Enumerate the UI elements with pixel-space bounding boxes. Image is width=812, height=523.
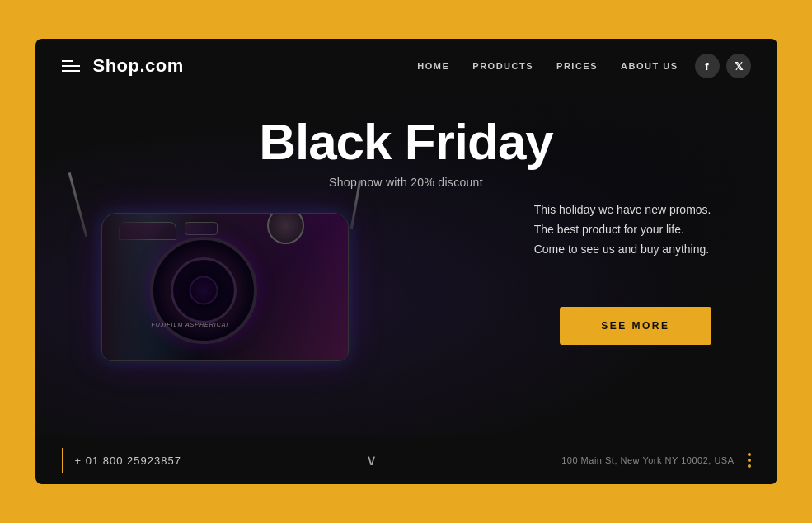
twitter-icon[interactable]: 𝕏 (726, 54, 751, 78)
footer-divider (62, 448, 63, 473)
footer-center: ∨ (181, 451, 561, 469)
camera-label: FUJIFILM ASPHERICAI (152, 322, 229, 327)
camera-illustration: FUJIFILM ASPHERICAI (101, 188, 382, 386)
hero-section: Black Friday Shop now with 20% discount … (35, 93, 777, 436)
footer-dots-menu[interactable] (748, 453, 751, 468)
see-more-button[interactable]: SEE MORE (560, 307, 711, 345)
hero-subtitle: Shop now with 20% discount (329, 176, 483, 189)
phone-number: + 01 800 25923857 (75, 455, 181, 467)
dot-2 (748, 459, 751, 462)
dot-3 (748, 464, 751, 468)
scroll-down-icon[interactable]: ∨ (366, 451, 377, 469)
promo-line-3: Come to see us and buy anything. (534, 243, 709, 256)
social-icons: f 𝕏 (695, 54, 751, 78)
footer-bar: + 01 800 25923857 ∨ 100 Main St, New Yor… (35, 436, 777, 484)
facebook-icon[interactable]: f (695, 54, 720, 78)
hamburger-menu[interactable] (62, 60, 80, 72)
nav-item-prices[interactable]: PRICES (556, 61, 598, 71)
main-nav: HOME PRODUCTS PRICES ABOUT US (417, 61, 678, 71)
nav-item-home[interactable]: HOME (417, 61, 449, 71)
nav-item-about[interactable]: ABOUT US (621, 61, 678, 71)
promo-line-1: This holiday we have new promos. (534, 203, 711, 216)
hero-title: Black Friday (259, 116, 553, 167)
promo-text-block: This holiday we have new promos. The bes… (534, 200, 711, 259)
nav-item-products[interactable]: PRODUCTS (472, 61, 533, 71)
logo[interactable]: Shop.com (93, 55, 418, 77)
footer-address: 100 Main St, New York NY 10002, USA (561, 455, 734, 465)
dot-1 (748, 453, 751, 456)
promo-line-2: The best product for your life. (534, 223, 684, 236)
header: Shop.com HOME PRODUCTS PRICES ABOUT US f… (35, 39, 777, 93)
main-window: Shop.com HOME PRODUCTS PRICES ABOUT US f… (35, 39, 777, 484)
